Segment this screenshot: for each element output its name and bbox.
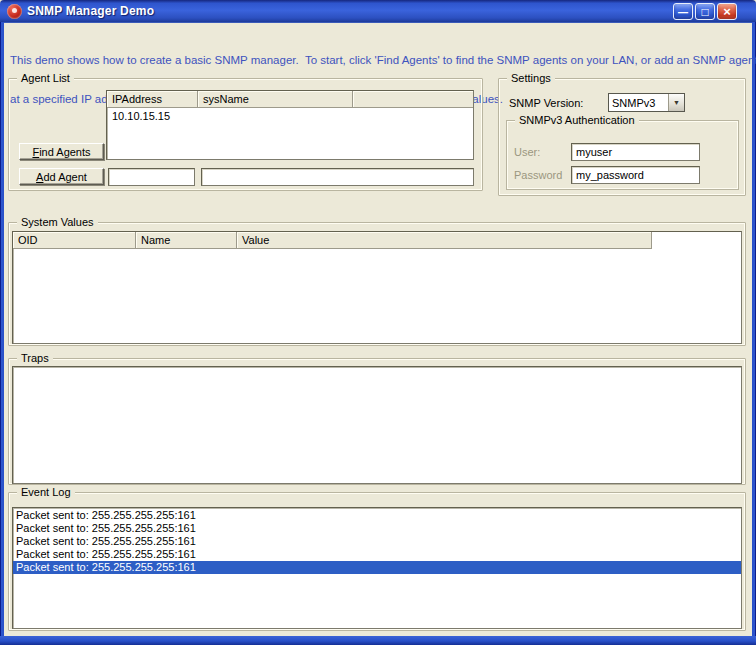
event-log-group: Event Log Packet sent to: 255.255.255.25… xyxy=(8,492,746,631)
column-header-blank[interactable] xyxy=(353,91,473,108)
column-header-name[interactable]: Name xyxy=(136,232,237,249)
snmpv3-auth-legend: SNMPv3 Authentication xyxy=(515,114,639,126)
close-icon: × xyxy=(723,5,731,18)
column-header-sysname[interactable]: sysName xyxy=(198,91,353,108)
maximize-icon: □ xyxy=(701,6,708,18)
agent-table-header: IPAddress sysName xyxy=(107,91,473,108)
description-line1: This demo shows how to create a basic SN… xyxy=(10,54,750,67)
window-border-bottom xyxy=(0,636,756,645)
snmpv3-auth-group: SNMPv3 Authentication User: Password xyxy=(506,120,739,190)
user-label: User: xyxy=(514,146,540,158)
app-window: SNMP Manager Demo — □ × This demo shows … xyxy=(0,0,756,645)
window-controls: — □ × xyxy=(673,3,737,20)
snmp-version-value: SNMPv3 xyxy=(609,97,668,109)
traps-legend: Traps xyxy=(17,352,53,364)
column-header-value[interactable]: Value xyxy=(237,232,652,249)
minimize-button[interactable]: — xyxy=(673,3,693,20)
column-header-ipaddress[interactable]: IPAddress xyxy=(107,91,198,108)
system-values-header: OID Name Value xyxy=(13,232,741,249)
agent-ip-cell: 10.10.15.15 xyxy=(107,108,198,124)
add-agent-button[interactable]: Add Agent xyxy=(19,168,104,185)
close-button[interactable]: × xyxy=(717,3,737,20)
maximize-button[interactable]: □ xyxy=(695,3,715,20)
window-border-right xyxy=(752,22,756,645)
user-input[interactable] xyxy=(571,143,700,161)
password-input[interactable] xyxy=(571,166,700,184)
system-values-legend: System Values xyxy=(17,216,98,228)
settings-legend: Settings xyxy=(507,72,555,84)
event-log-legend: Event Log xyxy=(17,486,75,498)
header-filler xyxy=(652,232,741,249)
chevron-down-icon: ▼ xyxy=(673,99,680,106)
agent-list-table[interactable]: IPAddress sysName 10.10.15.15 xyxy=(106,90,474,160)
find-agents-button[interactable]: Find Agents xyxy=(19,143,104,160)
agent-list-legend: Agent List xyxy=(17,72,74,84)
column-header-oid[interactable]: OID xyxy=(13,232,136,249)
snmp-version-label: SNMP Version: xyxy=(509,97,583,109)
system-values-group: System Values OID Name Value xyxy=(8,222,746,346)
event-log-entry[interactable]: Packet sent to: 255.255.255.255:161 xyxy=(13,509,741,522)
add-agent-sysname-input[interactable] xyxy=(201,168,474,186)
dropdown-button[interactable]: ▼ xyxy=(668,94,684,111)
window-border-left xyxy=(0,22,4,645)
event-log-entry-selected[interactable]: Packet sent to: 255.255.255.255:161 xyxy=(13,561,741,574)
event-log-entry[interactable]: Packet sent to: 255.255.255.255:161 xyxy=(13,535,741,548)
system-values-table[interactable]: OID Name Value xyxy=(12,231,742,344)
event-log-listbox[interactable]: Packet sent to: 255.255.255.255:161 Pack… xyxy=(12,507,742,629)
password-label: Password xyxy=(514,169,562,181)
window-title: SNMP Manager Demo xyxy=(27,4,154,18)
app-icon xyxy=(7,4,22,19)
traps-group: Traps xyxy=(8,358,746,485)
traps-listbox[interactable] xyxy=(12,366,742,484)
agent-sysname-cell xyxy=(198,108,353,124)
titlebar[interactable]: SNMP Manager Demo — □ × xyxy=(0,0,756,23)
minimize-icon: — xyxy=(678,8,688,18)
add-agent-ip-input[interactable] xyxy=(108,168,195,186)
agent-table-row[interactable]: 10.10.15.15 xyxy=(107,108,473,124)
settings-group: Settings SNMP Version: SNMPv3 ▼ SNMPv3 A… xyxy=(498,78,746,196)
event-log-entry[interactable]: Packet sent to: 255.255.255.255:161 xyxy=(13,548,741,561)
snmp-version-dropdown[interactable]: SNMPv3 ▼ xyxy=(608,93,685,112)
event-log-entry[interactable]: Packet sent to: 255.255.255.255:161 xyxy=(13,522,741,535)
agent-list-group: Agent List IPAddress sysName 10.10.15.15… xyxy=(8,78,483,191)
